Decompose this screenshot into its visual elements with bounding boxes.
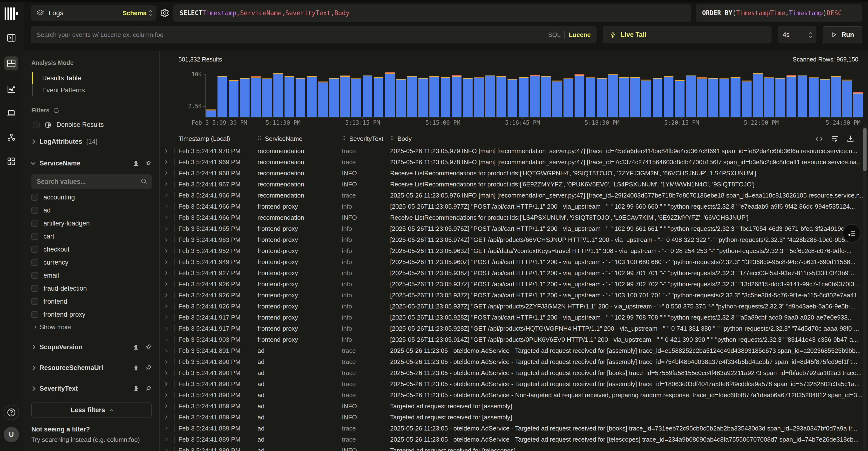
table-row[interactable]: Feb 3 5:24:41.890 PMadtrace2025-05-26 11…	[160, 356, 868, 367]
service-checkbox[interactable]	[31, 220, 38, 227]
row-expand-icon[interactable]	[163, 259, 174, 265]
row-expand-icon[interactable]	[163, 370, 174, 375]
table-row[interactable]: Feb 3 5:24:41.917 PMfrontend-proxyinfo[2…	[160, 312, 868, 323]
service-checkbox[interactable]	[31, 259, 38, 266]
histogram-bar[interactable]	[775, 79, 785, 117]
histogram-bar[interactable]	[552, 81, 562, 117]
service-checkbox[interactable]	[31, 246, 38, 253]
row-expand-icon[interactable]	[163, 193, 174, 198]
table-row[interactable]: Feb 3 5:24:41.889 PMadtrace2025-05-26 11…	[160, 434, 868, 445]
row-expand-icon[interactable]	[163, 304, 174, 309]
histogram-bar[interactable]	[853, 92, 863, 117]
service-value-row[interactable]: frontend	[31, 295, 152, 308]
histogram-bar[interactable]	[753, 73, 763, 117]
pin-icon[interactable]	[145, 385, 152, 392]
filter-group-servicename[interactable]: ServiceName	[31, 156, 152, 170]
histogram-bar[interactable]	[619, 77, 629, 117]
table-row[interactable]: Feb 3 5:24:41.927 PMfrontend-proxyinfo[2…	[160, 267, 868, 278]
service-value-row[interactable]: checkout	[31, 243, 152, 256]
row-expand-icon[interactable]	[163, 281, 174, 287]
histogram-bar[interactable]	[530, 75, 539, 117]
row-expand-icon[interactable]	[163, 359, 174, 364]
histogram-bar[interactable]	[764, 77, 774, 117]
histogram-bar[interactable]	[809, 77, 818, 117]
histogram-bar[interactable]	[641, 80, 651, 117]
drag-handle-icon[interactable]: ⠿	[342, 136, 346, 142]
histogram-bar[interactable]	[697, 77, 707, 117]
dashboards-icon[interactable]	[6, 156, 17, 167]
row-expand-icon[interactable]	[163, 237, 174, 242]
histogram-bar[interactable]	[653, 78, 662, 117]
pin-icon[interactable]	[145, 344, 152, 351]
bar-chart-icon[interactable]	[133, 160, 140, 167]
histogram-bar[interactable]	[418, 79, 428, 117]
histogram-bar[interactable]	[586, 77, 595, 117]
histogram-bar[interactable]	[496, 76, 506, 117]
histogram-bar[interactable]	[719, 78, 729, 117]
pin-icon[interactable]	[145, 160, 152, 167]
histogram-bar[interactable]	[541, 76, 551, 117]
histogram-bar[interactable]	[251, 76, 261, 117]
row-expand-icon[interactable]	[163, 204, 174, 209]
select-query-input[interactable]: SELECT Timestamp, ServiceName, SeverityT…	[173, 4, 691, 22]
download-icon[interactable]	[846, 134, 855, 143]
table-row[interactable]: Feb 3 5:24:41.966 PMrecommendationtrace2…	[160, 190, 868, 201]
histogram-bar[interactable]	[340, 76, 350, 117]
column-header-severitytext[interactable]: ⠿SeverityText	[342, 135, 390, 143]
help-icon[interactable]	[4, 405, 19, 420]
source-selector[interactable]: Logs Schema	[31, 5, 156, 21]
table-row[interactable]: Feb 3 5:24:41.968 PMrecommendationINFORe…	[160, 168, 868, 179]
histogram-bar[interactable]	[318, 82, 328, 117]
show-more-button[interactable]: Show more	[34, 321, 152, 333]
denoise-checkbox[interactable]	[33, 122, 39, 128]
histogram-bar[interactable]	[351, 78, 361, 117]
histogram-bar[interactable]	[798, 76, 807, 117]
row-expand-icon[interactable]	[163, 381, 174, 387]
filter-group-logattributes[interactable]: LogAttributes {14}	[31, 135, 152, 148]
pin-icon[interactable]	[145, 364, 152, 371]
row-expand-icon[interactable]	[163, 437, 174, 442]
histogram-bar[interactable]	[429, 76, 439, 117]
service-value-search-input[interactable]	[31, 174, 152, 189]
bar-chart-icon[interactable]	[133, 364, 140, 371]
sessions-icon[interactable]	[6, 108, 17, 119]
histogram-bar[interactable]	[630, 77, 640, 117]
table-row[interactable]: Feb 3 5:24:41.926 PMfrontend-proxyinfo[2…	[160, 278, 868, 290]
refresh-interval-select[interactable]: 4s	[778, 26, 816, 43]
drag-handle-icon[interactable]: ⠿	[257, 136, 261, 142]
live-tail-button[interactable]: Live Tail	[603, 26, 772, 43]
histogram-bar[interactable]	[363, 76, 372, 117]
row-expand-icon[interactable]	[163, 148, 174, 154]
service-value-row[interactable]: ad	[31, 204, 152, 217]
histogram-bar[interactable]	[608, 74, 618, 117]
row-expand-icon[interactable]	[163, 159, 174, 165]
vertical-scrollbar[interactable]	[863, 125, 867, 451]
table-row[interactable]: Feb 3 5:24:41.889 PMadINFOTargeted ad re…	[160, 445, 868, 451]
histogram-bar[interactable]	[664, 76, 674, 117]
row-expand-icon[interactable]	[163, 403, 174, 409]
mode-results-table[interactable]: Results Table	[32, 72, 152, 84]
histogram-bar[interactable]	[229, 80, 239, 117]
scrollbar-thumb[interactable]	[863, 128, 867, 171]
histogram-bar[interactable]	[474, 77, 484, 117]
sql-toggle[interactable]: SQL	[548, 31, 561, 38]
row-expand-icon[interactable]	[163, 337, 174, 342]
table-row[interactable]: Feb 3 5:24:41.963 PMfrontend-proxyinfo[2…	[160, 234, 868, 245]
search-logs-view-icon[interactable]	[4, 56, 18, 70]
orderby-input[interactable]: ORDER BY (TimestampTime, Timestamp) DESC	[696, 4, 862, 22]
histogram-bar[interactable]	[463, 78, 472, 117]
table-row[interactable]: Feb 3 5:24:41.890 PMadtrace2025-05-26 11…	[160, 367, 868, 379]
run-button[interactable]: Run	[823, 26, 862, 43]
user-avatar[interactable]: U	[4, 427, 19, 442]
row-expand-icon[interactable]	[163, 348, 174, 353]
histogram-bar[interactable]	[217, 76, 227, 117]
table-row[interactable]: Feb 3 5:24:41.890 PMadtrace2025-05-26 11…	[160, 379, 868, 390]
code-view-icon[interactable]	[815, 134, 823, 143]
histogram-bar[interactable]	[675, 80, 684, 117]
histogram-bar[interactable]	[831, 76, 841, 117]
column-header-body[interactable]: ⠿Body	[390, 134, 868, 143]
service-map-icon[interactable]	[6, 132, 17, 143]
row-expand-icon[interactable]	[163, 326, 174, 331]
histogram-bar[interactable]	[786, 75, 796, 117]
denoise-results-row[interactable]: Denoise Results	[33, 121, 152, 128]
